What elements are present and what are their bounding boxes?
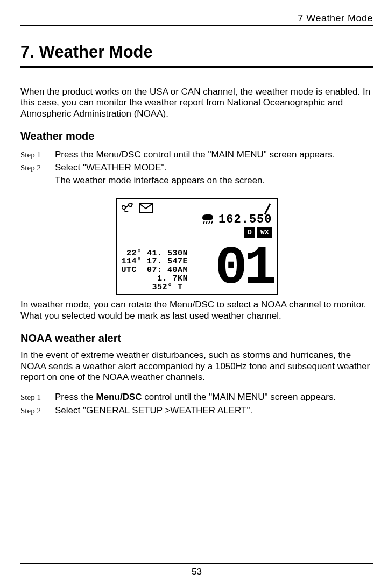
- intro-paragraph: When the product works on the USA or CAN…: [20, 87, 373, 119]
- noaa-intro-paragraph: In the event of extreme weather disturba…: [20, 350, 373, 383]
- subheading-noaa-alert: NOAA weather alert: [20, 332, 373, 345]
- chapter-title: 7. Weather Mode: [20, 42, 373, 68]
- step-row: Step 2 Select "GENERAL SETUP >WEATHER AL…: [20, 405, 373, 417]
- lcd-tag-wx: WX: [257, 227, 272, 238]
- step-label: Step 2: [20, 406, 55, 415]
- subheading-weather-mode: Weather mode: [20, 130, 373, 142]
- step-row: Step 1 Press the Menu/DSC control until …: [20, 391, 373, 403]
- step-label: Step 1: [20, 393, 55, 402]
- steps-noaa-alert: Step 1 Press the Menu/DSC control until …: [20, 390, 373, 417]
- svg-line-4: [265, 204, 270, 214]
- lcd-screenshot: 162.550 D WX 22° 41. 530N 114° 17. 547E …: [116, 198, 278, 295]
- step-label: Step 2: [20, 163, 55, 173]
- step-text: Press the Menu/DSC control until the "MA…: [55, 391, 373, 403]
- envelope-icon: [139, 203, 153, 213]
- antenna-icon: [263, 203, 271, 218]
- rain-icon: [200, 213, 215, 226]
- step-label: Step 1: [20, 150, 55, 160]
- running-header: 7 Weather Mode: [20, 13, 373, 26]
- after-lcd-paragraph: In weather mode, you can rotate the Menu…: [20, 299, 373, 321]
- svg-line-8: [211, 221, 213, 224]
- satellite-icon: [122, 203, 135, 213]
- step-text: Press the Menu/DSC control until the "MA…: [55, 149, 373, 161]
- lcd-channel-number: 01: [215, 246, 273, 291]
- step-note: The weather mode interface appears on th…: [55, 175, 373, 187]
- svg-line-7: [209, 221, 210, 224]
- svg-line-6: [206, 221, 207, 224]
- lcd-tag-d: D: [244, 227, 255, 238]
- step-row: Step 1 Press the Menu/DSC control until …: [20, 149, 373, 161]
- lcd-info-block: 22° 41. 530N 114° 17. 547E UTC 07: 40AM …: [122, 249, 188, 292]
- svg-rect-1: [128, 203, 132, 207]
- step-text: Select "WEATHER MODE".: [55, 162, 373, 174]
- step-text: Select "GENERAL SETUP >WEATHER ALERT".: [55, 405, 373, 417]
- svg-line-5: [203, 221, 204, 224]
- page-number: 53: [20, 563, 373, 577]
- steps-weather-mode: Step 1 Press the Menu/DSC control until …: [20, 148, 373, 190]
- step-row: Step 2 Select "WEATHER MODE".: [20, 162, 373, 174]
